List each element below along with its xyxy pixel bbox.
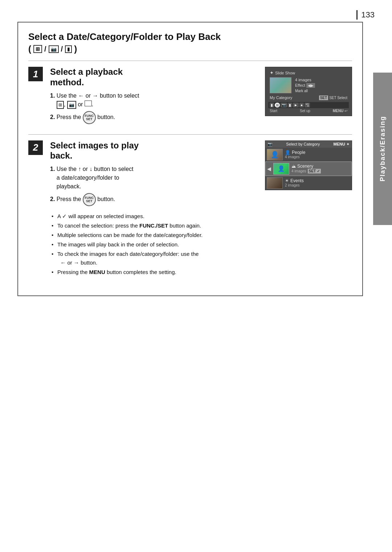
func-set-button1: FUNCSET [83,111,96,124]
people-count: 4 images [285,155,305,159]
menu-label1: MENU ↩ [333,109,347,113]
step2-detail2: playback. [57,183,81,189]
down-arrow-icon: ↓ [90,166,93,172]
page-number: 133 [356,10,375,20]
side-tab: Playback/Erasing [373,73,392,225]
arrow-left-icon: ← [78,93,84,99]
cat-icon-inline: 📷 [67,101,76,109]
step2-detail1: a date/category/folder to [57,175,119,181]
images-count: 4 images [295,77,347,83]
step1-or2: or [78,101,83,107]
screen1-info: 4 images Effect ◀▶ Mark all [294,77,347,94]
people-face-icon: 👤 [271,151,279,159]
divider1 [28,61,352,61]
scenery-face-icon: 👤 [278,165,285,172]
select-text: SET Select [329,96,347,100]
arrow-right-icon: → [93,93,98,99]
step2-instructions: Select images to play back. 1. Use the ↑… [50,140,258,209]
up-arrow-icon: ↑ [78,166,81,172]
compass-icon: ✦ [270,70,274,75]
start-label: Start [270,109,277,113]
menu-icon2: MENU ✦ [334,142,350,147]
step1-instruction2: 2. Press the FUNCSET button. [50,111,258,124]
set-check-badge: SET ✓ [308,169,321,173]
step1-heading: Select a playback method. [50,67,258,88]
step1-heading-line2: method. [50,77,84,87]
scenery-count: 4 images [291,169,306,173]
people-label-row: 👤 People [285,150,305,155]
section-title-text: Select a Date/Category/Folder to Play Ba… [28,31,221,42]
screen1-main-row: 4 images Effect ◀▶ Mark all [268,76,349,95]
step2-heading-line1: Select images to play [50,140,139,150]
people-thumb: 👤 [267,149,283,160]
scenery-count-row: 4 images SET ✓ [291,169,350,173]
step2-number: 2 [28,140,43,155]
step2-content: Select images to play back. 1. Use the ↑… [50,140,352,278]
icon-btn6: ● [299,103,304,107]
divider2 [28,134,352,135]
bullet-3: Multiple selections can be made for the … [50,231,352,240]
screen1-footer: Start Set up MENU ↩ [268,108,349,114]
step1-heading-line1: Select a playback [50,67,123,77]
set-badge: SET [319,95,328,100]
bullet-2: To cancel the selection: press the FUNC.… [50,221,352,230]
step2-instruction1: 1. Use the ↑ or ↓ button to select a dat… [50,165,258,191]
grid-mode-icon: ⊞ [33,45,42,53]
step2-screen-pair: Select images to play back. 1. Use the ↑… [50,140,352,209]
folder-icon-inline [85,101,92,106]
effect-badge: ◀▶ [306,83,315,88]
scenery-label: Scenery [297,164,313,169]
icon-btn2-selected: ⊞ [275,103,280,107]
setup-label: Set up [300,109,310,113]
step1-instructions: Select a playback method. 1. Use the ← o… [50,67,258,126]
bullet-list: A ✓ will appear on selected images. To c… [50,212,352,277]
icon-btn1: ▮ [270,103,274,107]
events-count: 2 images [285,183,304,187]
events-label-row: ☀ Events [285,178,304,183]
main-content-box: Select a Date/Category/Folder to Play Ba… [17,22,363,296]
section-title: Select a Date/Category/Folder to Play Ba… [28,31,352,42]
icon-btn4: ▮ [288,103,292,107]
step1-instruction1: 1. Use the ← or → button to select ⊞, 📷 … [50,91,258,109]
func-set-button2: FUNCSET [83,193,96,206]
events-icon: ☀ [285,178,289,183]
screen1-bottom-bar: ▮ ⊞ 📷 ▮ ► ● *1 [268,102,349,108]
cat-row-people: 👤 👤 People 4 images [265,148,352,161]
cat-row-events: ☀ Events 2 images [265,176,352,190]
icon-btn3: 📷 [281,103,287,107]
events-label: Events [290,178,304,183]
scenery-label-row: ⛰ Scenery [291,164,350,169]
folder-mode-icon: ▮ [65,45,72,53]
step2-camera-screen: 📷 Select by Category MENU ✦ 👤 [265,140,352,190]
my-category-label: My Category [270,95,292,100]
step2-block: 2 Select images to play back. 1. Use the… [28,140,352,278]
select-by-category-icon: 📷 [268,142,273,147]
bullet-6: Pressing the MENU button completes the s… [50,268,352,277]
bullet-4: The images will play back in the order o… [50,240,352,249]
screen1-thumbnail [270,77,291,93]
step1-or1: or [86,93,91,99]
step1-screen-pair: Select a playback method. 1. Use the ← o… [50,67,352,126]
step1-block: 1 Select a playback method. 1. Use the ←… [28,67,352,126]
effect-label: Effect ◀▶ [295,83,347,88]
set-select: SET SET Select [319,95,347,100]
bullet-5: To check the images for each date/catego… [50,250,352,267]
separator1: / [44,45,46,53]
subtitle-close-paren: ) [74,44,77,54]
separator2: / [61,45,63,53]
subtitle-open-paren: ( [28,44,31,54]
header-label: Select by Category [286,142,320,146]
step1-content: Select a playback method. 1. Use the ← o… [50,67,352,126]
category-mode-icon: 📷 [49,45,59,53]
bullet-1: A ✓ will appear on selected images. [50,212,352,221]
people-label: People [292,150,305,155]
step2-heading: Select images to play back. [50,140,258,161]
icon-btn5: ► [293,103,299,107]
step1-camera-screen: ✦ Slide Show 4 images Effect ◀▶ Mark all [265,67,352,116]
events-info: ☀ Events 2 images [285,178,304,187]
slideshow-line: ✦ Slide Show [268,69,349,76]
step1-number: 1 [28,67,43,81]
scenery-arrow: ◀ [267,166,271,172]
grid-icon-inline: ⊞ [57,101,64,109]
scenery-info: ⛰ Scenery 4 images SET ✓ [291,164,350,173]
